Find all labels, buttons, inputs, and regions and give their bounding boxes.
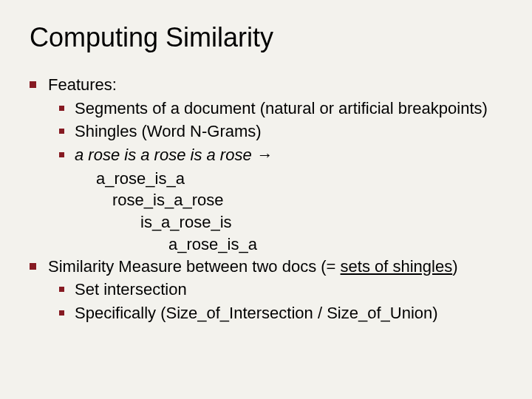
bullet-text: a rose is a rose is a rose → (75, 144, 273, 166)
bullet-icon (30, 81, 36, 88)
bullet-icon (59, 152, 64, 157)
shingle-line-2: rose_is_a_rose (112, 189, 517, 211)
bullet-icon (59, 129, 64, 134)
bullet-text: Specifically (Size_of_Intersection / Siz… (75, 302, 438, 324)
text-pre: Similarity Measure between two docs (= (48, 257, 341, 276)
bullet-specifically: Specifically (Size_of_Intersection / Siz… (59, 302, 517, 324)
bullet-text: Shingles (Word N-Grams) (75, 120, 262, 143)
bullet-segments: Segments of a document (natural or artif… (59, 98, 517, 120)
slide: Computing Similarity Features: Segments … (0, 0, 532, 399)
slide-content: Features: Segments of a document (natura… (30, 74, 517, 324)
bullet-rose-example: a rose is a rose is a rose → (59, 144, 517, 166)
bullet-similarity: Similarity Measure between two docs (= s… (30, 256, 517, 278)
bullet-text: Similarity Measure between two docs (= s… (48, 256, 458, 278)
shingle-line-1: a_rose_is_a (96, 168, 517, 190)
shingle-line-3: is_a_rose_is (140, 211, 517, 233)
bullet-icon (30, 263, 36, 270)
shingle-line-4: a_rose_is_a (168, 233, 517, 256)
bullet-set-intersection: Set intersection (59, 279, 517, 301)
bullet-shingles: Shingles (Word N-Grams) (59, 120, 517, 143)
slide-title: Computing Similarity (30, 22, 517, 53)
bullet-text: Segments of a document (natural or artif… (75, 98, 488, 120)
bullet-text: Set intersection (75, 279, 187, 301)
bullet-icon (59, 310, 64, 316)
bullet-icon (59, 287, 64, 292)
bullet-features: Features: (30, 74, 517, 96)
bullet-icon (59, 106, 64, 111)
text-underline: sets of shingles (341, 257, 453, 276)
bullet-text: Features: (48, 74, 117, 96)
text-post: ) (452, 257, 457, 276)
